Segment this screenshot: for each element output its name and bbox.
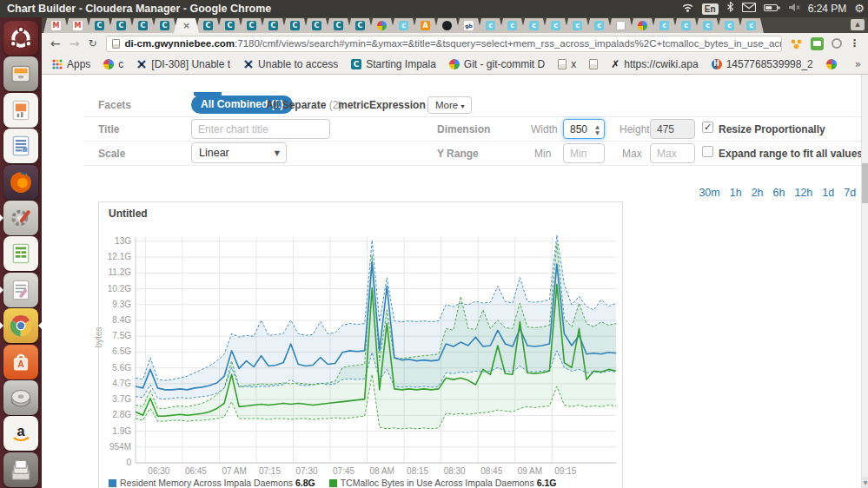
page-scrollbar[interactable]: ▼ bbox=[861, 75, 868, 488]
battery-icon[interactable] bbox=[764, 0, 780, 17]
launcher-google-chrome[interactable] bbox=[3, 308, 38, 343]
svg-text:5.6G: 5.6G bbox=[112, 363, 131, 373]
tab-cyan[interactable]: c bbox=[673, 18, 699, 33]
launcher-amazon[interactable]: a bbox=[3, 416, 38, 451]
y-min-input[interactable] bbox=[563, 143, 605, 163]
tab-cyan[interactable]: c bbox=[695, 18, 720, 33]
tab-cyan[interactable]: c bbox=[500, 18, 525, 33]
time-range-2h[interactable]: 2h bbox=[752, 187, 764, 199]
tab-cloudera[interactable]: C bbox=[304, 18, 329, 33]
launcher-libreoffice-calc[interactable] bbox=[3, 236, 38, 271]
tab-cloudera[interactable]: C bbox=[152, 18, 177, 33]
time-series-chart[interactable]: 0954M1.9G2.8G3.7G4.7G5.6G6.5G7.5G8.4G9.3… bbox=[99, 225, 622, 482]
time-range-1d[interactable]: 1d bbox=[822, 187, 834, 199]
y-max-input[interactable] bbox=[650, 143, 695, 163]
launcher-file-manager[interactable] bbox=[3, 56, 38, 91]
tab-gmail[interactable]: M bbox=[43, 18, 69, 33]
tab-ambari[interactable]: A bbox=[413, 18, 438, 33]
bookmark-https-cwiki-apa[interactable]: ✗https://cwiki.apa bbox=[611, 58, 698, 70]
tab-cloudera[interactable]: C bbox=[261, 18, 286, 33]
tab-cloudera[interactable]: C bbox=[130, 18, 156, 33]
extension-circle-icon[interactable] bbox=[832, 38, 842, 49]
tab-cloudera[interactable]: C bbox=[282, 18, 308, 33]
extension-print-icon[interactable] bbox=[811, 37, 824, 50]
tab-cyan[interactable]: c bbox=[478, 18, 503, 33]
tab-doc[interactable] bbox=[608, 18, 633, 33]
expand-range-checkbox[interactable] bbox=[702, 146, 713, 157]
tab-cyan[interactable]: c bbox=[543, 18, 568, 33]
tab-cyan[interactable]: c bbox=[739, 18, 764, 33]
launcher-firefox[interactable] bbox=[3, 165, 38, 200]
clock[interactable]: 6:24 PM bbox=[808, 0, 847, 17]
bookmark-c[interactable]: c bbox=[103, 58, 123, 70]
scale-select[interactable]: Linear▼ bbox=[191, 142, 287, 163]
bookmark-git-git-commit-d[interactable]: Git - git-commit D bbox=[449, 58, 545, 70]
tab-cyan[interactable]: c bbox=[652, 18, 677, 33]
mail-icon[interactable] bbox=[742, 0, 756, 17]
svg-text:10.2G: 10.2G bbox=[108, 284, 131, 293]
tab-cyan[interactable]: c bbox=[717, 18, 742, 33]
launcher-app-stack[interactable] bbox=[3, 452, 38, 487]
time-range-12h[interactable]: 12h bbox=[794, 187, 812, 199]
tab-google[interactable] bbox=[369, 18, 394, 33]
forward-button[interactable]: → bbox=[70, 36, 80, 50]
tab-cloudera[interactable]: C bbox=[195, 18, 221, 33]
time-range-6h[interactable]: 6h bbox=[773, 187, 785, 199]
reload-button[interactable]: ↻ bbox=[88, 37, 96, 49]
bookmark--di-308-unable-t[interactable]: [DI-308] Unable t bbox=[136, 58, 230, 70]
wifi-icon[interactable] bbox=[681, 0, 694, 17]
tab-overflow-button[interactable]: ▲ bbox=[851, 19, 865, 30]
tab-cloudera[interactable]: C bbox=[348, 18, 373, 33]
tab-gb[interactable]: gb bbox=[456, 18, 481, 33]
bluetooth-icon[interactable] bbox=[726, 0, 734, 17]
browser-menu-icon[interactable]: ⋮ bbox=[850, 38, 860, 49]
facet-metric-expression[interactable]: metricExpression (2) bbox=[338, 99, 441, 111]
launcher-text-editor[interactable] bbox=[3, 273, 38, 307]
facets-more-button[interactable]: More ▾ bbox=[427, 96, 472, 114]
scrollbar-thumb[interactable] bbox=[862, 163, 868, 203]
chart-title-input[interactable] bbox=[191, 119, 330, 139]
launcher-software-center[interactable]: A bbox=[3, 345, 38, 379]
bookmark-kopal-niranjan-l[interactable]: Kopal Niranjan | L bbox=[826, 58, 838, 70]
facet-all-separate[interactable]: All Separate (2) bbox=[266, 99, 341, 111]
bookmarks-overflow-icon[interactable]: » bbox=[855, 58, 861, 70]
bookmark-starting-impala[interactable]: CStarting Impala bbox=[351, 58, 436, 70]
launcher-dash-home[interactable] bbox=[3, 21, 38, 56]
time-range-1h[interactable]: 1h bbox=[730, 187, 742, 199]
back-button[interactable]: ← bbox=[50, 36, 61, 50]
address-bar[interactable]: di-cm.gwynniebee.com:7180/cmf/views/sear… bbox=[106, 36, 782, 52]
tab-github[interactable] bbox=[434, 18, 460, 33]
tab-google[interactable] bbox=[630, 18, 655, 33]
tab-cloudera[interactable]: C bbox=[87, 18, 112, 33]
tab-cyan[interactable]: c bbox=[565, 18, 590, 33]
launcher-libreoffice-writer[interactable] bbox=[3, 129, 38, 163]
bookmark-1457768539998-2[interactable]: H1457768539998_2 bbox=[712, 58, 813, 70]
tab-cyan[interactable]: c bbox=[521, 18, 547, 33]
width-stepper[interactable]: ▲▼ bbox=[593, 122, 602, 136]
launcher-disk-utility[interactable] bbox=[3, 380, 38, 415]
tab-cloudera[interactable]: C bbox=[217, 18, 242, 33]
scrollbar-down-button[interactable]: ▼ bbox=[862, 477, 868, 488]
tab-cloudera[interactable]: C bbox=[239, 18, 264, 33]
bookmark-x[interactable]: x bbox=[558, 58, 576, 70]
launcher-system-settings[interactable] bbox=[3, 201, 38, 235]
volume-muted-icon[interactable] bbox=[788, 0, 800, 17]
tab-active[interactable]: × bbox=[174, 18, 199, 33]
time-range-30m[interactable]: 30m bbox=[699, 187, 719, 199]
tab-close-icon[interactable]: × bbox=[182, 21, 190, 30]
tab-gmail[interactable]: M bbox=[65, 18, 90, 33]
session-gear-icon[interactable]: ⚙ bbox=[854, 0, 865, 17]
tab-cloudera[interactable]: C bbox=[326, 18, 351, 33]
extension-paw-icon[interactable] bbox=[790, 38, 803, 49]
tab-cloudera[interactable]: C bbox=[109, 18, 134, 33]
bookmark-unable-to-access[interactable]: Unable to access bbox=[243, 58, 338, 70]
bookmark-doc[interactable] bbox=[589, 59, 598, 69]
launcher-libreoffice-impress[interactable] bbox=[3, 93, 38, 128]
bookmark-apps[interactable]: Apps bbox=[52, 58, 90, 70]
page-icon[interactable] bbox=[112, 39, 120, 49]
tab-cyan[interactable]: c bbox=[391, 18, 416, 33]
tab-cyan[interactable]: c bbox=[586, 18, 612, 33]
keyboard-layout-indicator[interactable]: En bbox=[702, 3, 719, 15]
time-range-7d[interactable]: 7d bbox=[844, 187, 856, 199]
resize-proportionally-checkbox[interactable]: ✓ bbox=[702, 122, 713, 133]
